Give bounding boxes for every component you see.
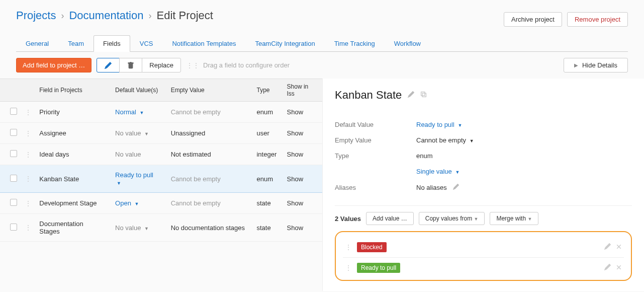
edit-title-button[interactable] <box>408 91 414 99</box>
value-tag: Ready to pull <box>357 263 400 273</box>
default-value-dropdown[interactable]: Ready to pull ▼ <box>416 121 462 128</box>
type-variant-dropdown[interactable]: Single value ▼ <box>416 168 459 175</box>
field-type: user <box>251 123 282 144</box>
show-in-issue: Show <box>282 214 322 242</box>
tab-time-tracking[interactable]: Time Tracking <box>325 35 385 51</box>
drag-handle[interactable]: ⋮ <box>25 108 32 116</box>
breadcrumb-current: Edit Project <box>156 9 213 22</box>
col-show: Show in Iss <box>282 79 322 102</box>
row-checkbox[interactable] <box>10 175 17 182</box>
tab-notification-templates[interactable]: Notification Templates <box>162 35 245 51</box>
breadcrumb-sep: › <box>148 11 151 21</box>
hide-details-button[interactable]: ▶ Hide Details <box>564 58 628 72</box>
default-value-dropdown[interactable]: Open ▼ <box>115 199 139 207</box>
tab-teamcity-integration[interactable]: TeamCity Integration <box>245 35 324 51</box>
toolbar-hint: ⋮⋮ Drag a field to configure order <box>186 61 290 69</box>
show-in-issue: Show <box>282 144 322 165</box>
detail-panel: Kanban State Default Value Ready to pull… <box>322 79 644 291</box>
table-row[interactable]: ⋮PriorityNormal ▼Cannot be emptyenumShow <box>0 102 322 123</box>
default-value-dropdown[interactable]: No value <box>115 151 141 158</box>
remove-project-button[interactable]: Remove project <box>567 12 628 27</box>
aliases-value: No aliases <box>416 184 447 191</box>
empty-value: Unassigned <box>171 129 206 137</box>
replace-button[interactable]: Replace <box>142 58 181 72</box>
type-label: Type <box>335 152 410 160</box>
default-value-dropdown[interactable]: Normal ▼ <box>115 108 144 116</box>
empty-value-label: Empty Value <box>335 136 410 144</box>
breadcrumb-projects[interactable]: Projects <box>16 9 56 22</box>
empty-value: No documentation stages <box>171 224 245 232</box>
table-row[interactable]: ⋮Development StageOpen ▼Cannot be emptys… <box>0 193 322 214</box>
row-checkbox[interactable] <box>10 224 17 231</box>
show-in-issue: Show <box>282 123 322 144</box>
add-value-button[interactable]: Add value … <box>366 212 414 225</box>
drag-handle[interactable]: ⋮ <box>25 199 32 207</box>
drag-handle[interactable]: ⋮ <box>345 243 352 251</box>
empty-value-dropdown[interactable]: Cannot be empty ▼ <box>416 136 474 144</box>
table-row[interactable]: ⋮Ideal daysNo valueNot estimatedintegerS… <box>0 144 322 165</box>
toolbar-hint-text: Drag a field to configure order <box>203 61 290 69</box>
hide-details-label: Hide Details <box>582 61 617 69</box>
tab-vcs[interactable]: VCS <box>130 35 163 51</box>
svg-rect-0 <box>421 92 425 96</box>
trash-icon <box>127 62 134 69</box>
pencil-icon <box>604 264 611 270</box>
breadcrumb-sep: › <box>61 11 64 21</box>
table-row[interactable]: ⋮Documentation StagesNo value ▼No docume… <box>0 214 322 242</box>
tab-general[interactable]: General <box>16 35 58 51</box>
type-value: enum <box>416 152 433 160</box>
show-in-issue: Show <box>282 165 322 193</box>
drag-handle[interactable]: ⋮ <box>25 175 32 183</box>
values-list-highlight: ⋮Blocked⋮Ready to pull <box>335 231 632 281</box>
aliases-label: Aliases <box>335 184 410 191</box>
default-value-dropdown[interactable]: No value ▼ <box>115 224 149 232</box>
delete-value-button[interactable] <box>616 264 622 272</box>
col-empty: Empty Value <box>166 79 252 102</box>
field-name: Documentation Stages <box>34 214 110 242</box>
drag-handle[interactable]: ⋮ <box>25 224 32 232</box>
delete-mode-button[interactable] <box>119 58 142 72</box>
value-tag: Blocked <box>357 242 387 252</box>
field-type: enum <box>251 165 282 193</box>
field-name: Kanban State <box>34 165 110 193</box>
copy-button[interactable] <box>420 91 427 99</box>
tab-team[interactable]: Team <box>58 35 94 51</box>
show-in-issue: Show <box>282 193 322 214</box>
default-value-dropdown[interactable]: No value ▼ <box>115 129 149 137</box>
table-row[interactable]: ⋮Kanban StateReady to pull ▼Cannot be em… <box>0 165 322 193</box>
drag-handle[interactable]: ⋮ <box>345 264 352 272</box>
delete-value-button[interactable] <box>616 243 622 251</box>
empty-value: Cannot be empty <box>171 199 221 207</box>
breadcrumb-project-name[interactable]: Documentation <box>69 9 143 22</box>
pencil-icon <box>604 243 611 250</box>
row-checkbox[interactable] <box>10 150 17 157</box>
drag-handle[interactable]: ⋮ <box>25 129 32 137</box>
table-row[interactable]: ⋮AssigneeNo value ▼UnassigneduserShow <box>0 123 322 144</box>
copy-values-button[interactable]: Copy values from ▼ <box>419 212 485 225</box>
close-icon <box>616 264 622 270</box>
tab-workflow[interactable]: Workflow <box>385 35 430 51</box>
edit-value-button[interactable] <box>604 264 611 272</box>
drag-handle[interactable]: ⋮ <box>25 151 32 159</box>
row-checkbox[interactable] <box>10 129 17 136</box>
value-row: ⋮Blocked <box>343 237 624 258</box>
edit-mode-button[interactable] <box>97 58 120 72</box>
edit-value-button[interactable] <box>604 243 611 251</box>
row-checkbox[interactable] <box>10 108 17 115</box>
empty-value: Cannot be empty <box>171 108 221 116</box>
row-checkbox[interactable] <box>10 199 17 206</box>
col-field: Field in Projects <box>34 79 110 102</box>
field-name: Priority <box>34 102 110 123</box>
merge-with-button[interactable]: Merge with ▼ <box>490 212 538 225</box>
show-in-issue: Show <box>282 102 322 123</box>
tab-fields[interactable]: Fields <box>94 35 130 52</box>
col-default: Default Value(s) <box>110 79 166 102</box>
archive-project-button[interactable]: Archive project <box>504 12 562 27</box>
svg-rect-1 <box>422 93 426 97</box>
field-name: Ideal days <box>34 144 110 165</box>
edit-aliases-button[interactable] <box>453 183 459 191</box>
default-value-dropdown[interactable]: Ready to pull ▼ <box>115 171 153 186</box>
value-row: ⋮Ready to pull <box>343 258 624 278</box>
field-type: state <box>251 214 282 242</box>
add-field-button[interactable]: Add field to project … <box>16 58 91 72</box>
